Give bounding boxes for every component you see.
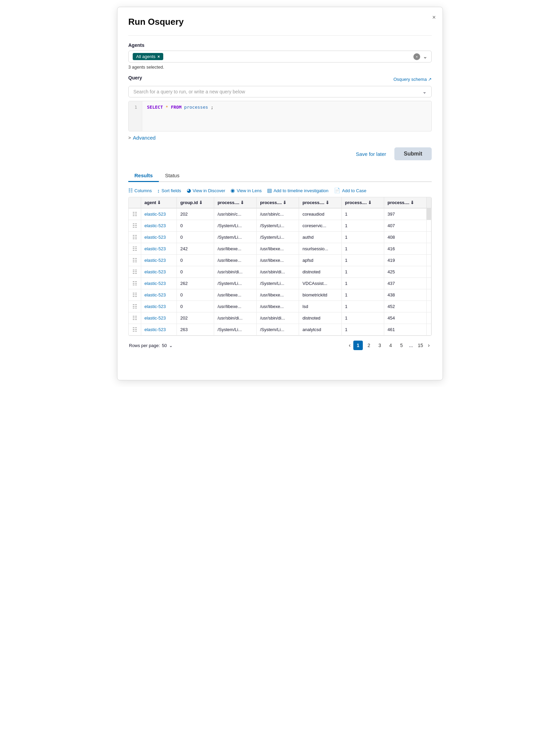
agent-cell[interactable]: elastic-523 <box>141 208 177 220</box>
agent-cell[interactable]: elastic-523 <box>141 312 177 324</box>
process-col7-cell: 397 <box>384 208 426 220</box>
next-page-icon[interactable]: › <box>427 342 431 348</box>
agent-sort[interactable]: agent ⇓ <box>145 200 161 205</box>
agent-cell[interactable]: elastic-523 <box>141 220 177 232</box>
group-id-cell: 202 <box>177 312 214 324</box>
columns-button[interactable]: ☷ Columns <box>128 187 152 194</box>
col-agent-header[interactable]: agent ⇓ <box>141 197 177 208</box>
col-process2-header[interactable]: process.... ⇓ <box>257 197 299 208</box>
query-code-content[interactable]: SELECT * FROM processes ; <box>142 101 431 131</box>
page-5-button[interactable]: 5 <box>397 341 406 350</box>
process-col7-cell: 425 <box>384 266 426 278</box>
sort-fields-label: Sort fields <box>162 188 181 193</box>
table-row: ☷elastic-523202/usr/sbin/di.../usr/sbin/… <box>129 312 431 324</box>
tab-results[interactable]: Results <box>128 170 159 182</box>
clear-agents-icon[interactable]: × <box>413 53 420 60</box>
row-expand-icon[interactable]: ☷ <box>129 220 141 232</box>
row-expand-icon[interactable]: ☷ <box>129 208 141 220</box>
page-2-button[interactable]: 2 <box>364 341 374 350</box>
process-col4-cell: /usr/sbin/di... <box>257 266 299 278</box>
process-col3-cell: /usr/libexe... <box>214 255 256 266</box>
agent-cell[interactable]: elastic-523 <box>141 255 177 266</box>
scrollbar-cell <box>427 266 431 278</box>
view-in-discover-label: View in Discover <box>193 188 225 193</box>
sort-fields-button[interactable]: ↕ Sort fields <box>157 188 181 194</box>
page-1-button[interactable]: 1 <box>353 341 363 350</box>
page-4-button[interactable]: 4 <box>386 341 395 350</box>
save-for-later-button[interactable]: Save for later <box>352 147 390 160</box>
table-row: ☷elastic-5230/usr/libexe.../usr/libexe..… <box>129 301 431 312</box>
row-expand-icon[interactable]: ☷ <box>129 232 141 243</box>
view-in-lens-button[interactable]: ◉ View in Lens <box>230 187 261 194</box>
process-col5-cell: distnoted <box>299 312 341 324</box>
col-process5-header[interactable]: process.... ⇓ <box>384 197 426 208</box>
process2-sort-icon: ⇓ <box>283 200 286 205</box>
row-expand-icon[interactable]: ☷ <box>129 243 141 255</box>
agent-cell[interactable]: elastic-523 <box>141 289 177 301</box>
scrollbar-cell <box>427 255 431 266</box>
rows-per-page-selector[interactable]: Rows per page: 50 ⌄ <box>129 343 173 348</box>
agent-cell[interactable]: elastic-523 <box>141 278 177 289</box>
page-15-button[interactable]: 15 <box>416 341 425 350</box>
agent-cell[interactable]: elastic-523 <box>141 266 177 278</box>
tab-status[interactable]: Status <box>159 170 186 182</box>
row-expand-icon[interactable]: ☷ <box>129 301 141 312</box>
process-col3-cell: /usr/sbin/di... <box>214 312 256 324</box>
agent-cell[interactable]: elastic-523 <box>141 232 177 243</box>
process-col3-cell: /System/Li... <box>214 220 256 232</box>
advanced-section[interactable]: > Advanced <box>128 135 432 141</box>
scrollbar-cell <box>427 278 431 289</box>
agents-chevron-icon[interactable]: ⌄ <box>423 53 427 60</box>
agents-selector[interactable]: All agents × × ⌄ <box>128 51 432 62</box>
timeline-icon: ▤ <box>267 187 272 194</box>
osquery-schema-link[interactable]: Osquery schema ↗ <box>393 77 432 82</box>
process3-sort[interactable]: process.... ⇓ <box>302 200 329 205</box>
query-code-editor[interactable]: 1 SELECT * FROM processes ; <box>128 101 432 131</box>
row-expand-icon[interactable]: ☷ <box>129 266 141 278</box>
process-col7-cell: 419 <box>384 255 426 266</box>
view-in-discover-button[interactable]: ◕ View in Discover <box>187 187 225 194</box>
add-to-timeline-button[interactable]: ▤ Add to timeline investigation <box>267 187 329 194</box>
all-agents-tag[interactable]: All agents × <box>133 53 163 60</box>
groupid-sort[interactable]: group.id ⇓ <box>180 200 203 205</box>
agent-cell[interactable]: elastic-523 <box>141 301 177 312</box>
query-search-placeholder: Search for a query to run, or write a ne… <box>133 89 423 94</box>
row-expand-icon[interactable]: ☷ <box>129 289 141 301</box>
close-button[interactable]: × <box>432 14 436 21</box>
process-col7-cell: 438 <box>384 289 426 301</box>
view-in-lens-label: View in Lens <box>237 188 261 193</box>
table-row: ☷elastic-523263/System/Li.../System/Li..… <box>129 324 431 336</box>
agent-cell[interactable]: elastic-523 <box>141 324 177 336</box>
tag-close-icon[interactable]: × <box>157 54 160 59</box>
table-body: ☷elastic-523202/usr/sbin/c.../usr/sbin/c… <box>129 208 431 336</box>
row-expand-icon[interactable]: ☷ <box>129 278 141 289</box>
col-process3-header[interactable]: process.... ⇓ <box>299 197 341 208</box>
scrollbar-cell <box>427 301 431 312</box>
add-to-case-button[interactable]: 📄 Add to Case <box>334 187 367 194</box>
process-col4-cell: /usr/sbin/di... <box>257 312 299 324</box>
process-col6-cell: 1 <box>341 255 384 266</box>
case-icon: 📄 <box>334 187 340 194</box>
submit-button[interactable]: Submit <box>394 147 432 160</box>
row-expand-icon[interactable]: ☷ <box>129 324 141 336</box>
process-col5-cell: nsurlsessio... <box>299 243 341 255</box>
col-process1-header[interactable]: process.... ⇓ <box>214 197 256 208</box>
query-search-box[interactable]: Search for a query to run, or write a ne… <box>128 86 432 97</box>
prev-page-icon[interactable]: ‹ <box>348 342 352 348</box>
process1-sort[interactable]: process.... ⇓ <box>218 200 244 205</box>
process2-sort[interactable]: process.... ⇓ <box>260 200 286 205</box>
row-expand-icon[interactable]: ☷ <box>129 255 141 266</box>
scrollbar-cell <box>427 243 431 255</box>
col-groupid-header[interactable]: group.id ⇓ <box>177 197 214 208</box>
scrollbar-cell <box>427 220 431 232</box>
process5-sort[interactable]: process.... ⇓ <box>388 200 414 205</box>
process4-sort[interactable]: process.... ⇓ <box>345 200 372 205</box>
scrollbar-cell <box>427 208 431 220</box>
run-osquery-modal: × Run Osquery Agents All agents × × ⌄ 3 … <box>117 7 443 380</box>
process-col7-cell: 408 <box>384 232 426 243</box>
page-3-button[interactable]: 3 <box>375 341 385 350</box>
col-process4-header[interactable]: process.... ⇓ <box>341 197 384 208</box>
agent-cell[interactable]: elastic-523 <box>141 243 177 255</box>
col-scrollbar-header <box>427 197 431 208</box>
row-expand-icon[interactable]: ☷ <box>129 312 141 324</box>
